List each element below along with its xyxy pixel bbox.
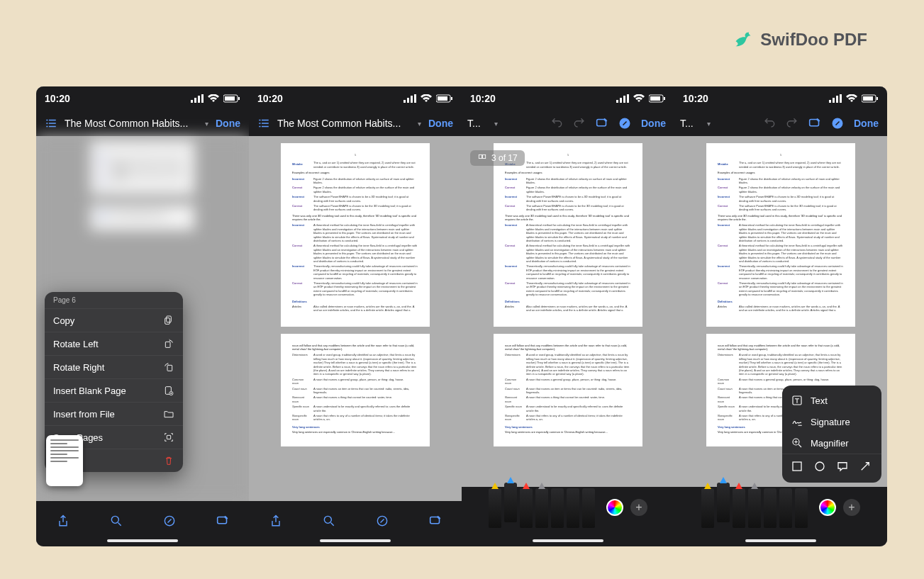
tool-pen-blue[interactable] (717, 483, 730, 522)
wifi-icon (633, 94, 645, 103)
share-button[interactable] (49, 507, 77, 535)
svg-rect-5 (225, 96, 235, 101)
status-bar: 10:20 (462, 86, 674, 111)
tool-ruler[interactable] (582, 488, 595, 528)
tool-pencil[interactable] (748, 488, 761, 528)
svg-rect-50 (829, 100, 831, 103)
panel-page-actions: 10:20 The Most Common Habits... ▾ Done 5… (36, 86, 249, 546)
signature-icon (791, 415, 803, 428)
add-tool-button[interactable]: + (630, 499, 647, 516)
panel-reading: 10:20 The Most Common Habits... ▾ Done 5… (249, 86, 462, 546)
svg-rect-15 (165, 342, 170, 347)
svg-rect-53 (840, 94, 842, 103)
brand: SwifDoo PDF (733, 30, 867, 50)
wifi-icon (846, 94, 857, 103)
anno-magnifier[interactable]: Magnifier (782, 432, 881, 454)
document-title[interactable]: The Most Common Habits... (65, 118, 201, 129)
search-button[interactable] (102, 507, 130, 535)
done-button[interactable]: Done (851, 118, 881, 129)
redo-button[interactable] (783, 114, 801, 133)
panel-markup: 10:20 T... ▾ Done 5 MistakeThe a, and an… (462, 86, 674, 546)
page-thumbnail[interactable] (46, 435, 83, 486)
redo-button[interactable] (570, 114, 589, 133)
tool-highlighter[interactable] (733, 488, 745, 528)
color-picker[interactable] (606, 499, 623, 516)
annotate-button[interactable] (806, 114, 824, 133)
tool-ruler[interactable] (795, 488, 808, 528)
page-indicator[interactable]: 3 of 17 (470, 150, 525, 166)
chevron-down-icon[interactable]: ▾ (205, 120, 208, 128)
done-button[interactable]: Done (213, 118, 243, 129)
search-button[interactable] (315, 507, 343, 535)
scan-icon (163, 432, 174, 443)
share-button[interactable] (262, 507, 290, 535)
tool-lasso[interactable] (567, 488, 579, 528)
svg-rect-29 (451, 97, 452, 100)
menu-rotate-right-label: Rotate Right (53, 362, 104, 373)
home-indicator (107, 539, 178, 542)
home-indicator (320, 539, 391, 542)
tool-eraser[interactable] (764, 488, 777, 528)
svg-rect-34 (259, 126, 260, 128)
chevron-down-icon[interactable]: ▾ (494, 120, 498, 128)
tool-pen-yellow[interactable] (489, 488, 501, 528)
chevron-down-icon[interactable]: ▾ (418, 120, 421, 128)
annotate-button[interactable] (593, 114, 611, 133)
undo-button[interactable] (547, 114, 566, 133)
svg-point-62 (816, 462, 824, 471)
anno-signature-label: Signature (811, 417, 850, 427)
tool-eraser[interactable] (551, 488, 564, 528)
document-title-short[interactable]: T... (680, 118, 703, 129)
annotate-button[interactable] (208, 507, 237, 535)
shape-circle-icon[interactable] (813, 460, 826, 473)
svg-rect-19 (167, 435, 170, 439)
anno-text[interactable]: Text (782, 390, 881, 411)
insert-blank-icon (163, 385, 174, 396)
panel-markup-annotate: 10:20 T... ▾ Done 5 MistakeThe a, and an… (674, 86, 887, 546)
shape-arrow-icon[interactable] (859, 460, 872, 473)
markup-active-button[interactable] (828, 114, 847, 133)
tool-pen-yellow[interactable] (701, 488, 714, 528)
annotate-button[interactable] (421, 507, 450, 535)
top-toolbar: T... ▾ Done (462, 111, 674, 136)
tool-pen-blue[interactable] (504, 483, 517, 522)
tool-highlighter[interactable] (520, 488, 533, 528)
markup-button[interactable] (155, 507, 184, 535)
anno-text-label: Text (811, 395, 828, 406)
sidebar-toggle-icon[interactable] (255, 114, 273, 133)
status-time: 10:20 (683, 93, 708, 104)
markup-active-button[interactable] (616, 114, 634, 133)
document-area[interactable]: 5 MistakeThe a, and an are 1) omitted wh… (249, 136, 462, 501)
svg-rect-51 (833, 98, 835, 103)
svg-rect-1 (194, 98, 196, 103)
menu-rotate-right[interactable]: Rotate Right (45, 355, 183, 378)
undo-button[interactable] (760, 114, 779, 133)
sidebar-toggle-icon[interactable] (42, 114, 60, 133)
markup-toolbar: + (674, 487, 887, 546)
done-button[interactable]: Done (425, 118, 456, 129)
markup-button[interactable] (368, 507, 396, 535)
menu-copy[interactable]: Copy (45, 308, 183, 332)
home-indicator (745, 539, 816, 542)
text-icon (791, 394, 803, 407)
svg-rect-42 (627, 94, 629, 103)
shape-square-icon[interactable] (791, 460, 803, 473)
add-tool-button[interactable]: + (843, 499, 860, 516)
trash-icon (163, 455, 174, 466)
menu-rotate-left[interactable]: Rotate Left (45, 332, 183, 355)
page-blurred: 5Mistake IncorrectFigure 2 shows the dis… (91, 140, 195, 195)
svg-rect-10 (49, 123, 56, 124)
menu-insert-file[interactable]: Insert from File (45, 402, 183, 425)
document-title-short[interactable]: T... (467, 118, 490, 129)
done-button[interactable]: Done (638, 118, 669, 129)
color-picker[interactable] (819, 499, 836, 516)
copy-icon (163, 315, 174, 326)
tool-lasso[interactable] (779, 488, 792, 528)
chevron-down-icon[interactable]: ▾ (707, 120, 711, 128)
anno-signature[interactable]: Signature (782, 411, 881, 432)
tool-pencil[interactable] (535, 488, 548, 528)
menu-insert-blank[interactable]: Insert Blank Page (45, 378, 183, 402)
shape-speech-icon[interactable] (836, 460, 849, 473)
document-area[interactable]: 5 MistakeThe a, and an are 1) omitted wh… (462, 136, 674, 487)
document-title[interactable]: The Most Common Habits... (277, 118, 413, 129)
